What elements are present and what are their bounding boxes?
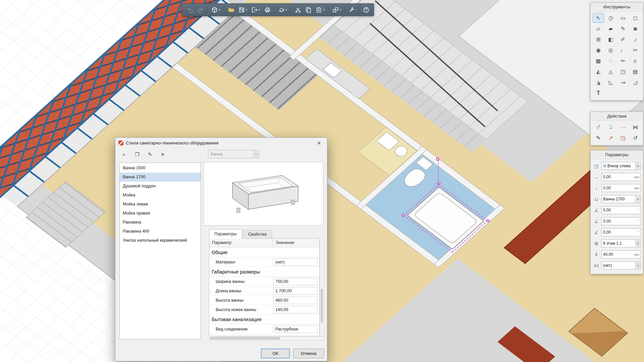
action-6[interactable]: ↗ <box>605 133 616 143</box>
tool-10[interactable]: ◧ <box>605 35 616 44</box>
tool-25[interactable]: ◮ <box>593 77 604 87</box>
row-value[interactable]: 1 700,00 <box>273 287 318 295</box>
parameter-field[interactable]: 8 этаж 1.1 ▾ <box>601 239 641 247</box>
tool-19[interactable]: ✏ <box>618 56 629 66</box>
paste-button[interactable]: ▾ <box>314 5 326 15</box>
undo-button[interactable]: ▾ <box>185 5 195 15</box>
open-button[interactable]: ▾ <box>226 5 236 15</box>
copy-button[interactable]: ▾ <box>304 5 313 15</box>
tab-parameters[interactable]: Параметры <box>209 229 242 239</box>
action-4[interactable]: ⋈ <box>630 122 641 132</box>
close-button[interactable]: ✕ <box>314 139 324 147</box>
dropdown-arrow-icon[interactable]: ▾ <box>635 163 640 169</box>
row-value[interactable]: 460,00 <box>273 297 318 304</box>
horizontal-scrollbar[interactable] <box>209 336 324 341</box>
print-button[interactable]: ▾ <box>263 5 272 15</box>
tool-23[interactable]: ◳ <box>618 67 629 76</box>
tool-07[interactable]: ✎ <box>618 24 629 34</box>
tool-12[interactable]: ♪ <box>630 35 641 44</box>
parameter-field[interactable]: (нет) ▾ <box>601 261 641 269</box>
tool-17[interactable]: ▦ <box>593 56 604 66</box>
dropdown-arrow-icon: ▾ <box>286 8 287 11</box>
row-value[interactable]: (нет) <box>273 258 318 266</box>
dropdown-arrow-icon[interactable]: ▾ <box>635 262 640 269</box>
tool-18[interactable]: ◌ <box>605 56 616 66</box>
style-item[interactable]: Ванна 1500 <box>120 164 201 173</box>
tool-22[interactable]: ◬ <box>605 67 616 76</box>
tab-properties[interactable]: Свойства <box>243 230 272 239</box>
vertical-scrollbar[interactable] <box>320 238 324 336</box>
text-tool[interactable]: T <box>593 88 604 98</box>
parameter-field[interactable]: 40,00 мм ▾ <box>601 250 641 258</box>
redo-button[interactable]: ▾ <box>196 5 205 15</box>
style-item[interactable]: Душевой поддон <box>120 182 201 191</box>
edit-style-button[interactable]: ✎ <box>146 150 154 158</box>
add-style-button[interactable]: + <box>119 150 128 158</box>
action-5[interactable]: ✎ <box>593 133 604 143</box>
tool-icon: ◷ <box>608 15 613 21</box>
tool-14[interactable]: ◎ <box>605 45 616 55</box>
style-item[interactable]: Мойка <box>120 191 201 200</box>
toolbar-icon <box>332 7 339 13</box>
parameter-field[interactable]: 0,00 ° ▾ <box>601 217 641 225</box>
parameter-field[interactable]: Ванна 1700 ▾ <box>601 195 641 203</box>
parameter-field[interactable]: ⊞ Внизу слева ▾ <box>601 162 641 170</box>
row-value[interactable]: 750,00 <box>273 278 318 285</box>
style-item[interactable]: Раковина 400 <box>120 227 201 236</box>
ok-button[interactable]: ОК <box>261 349 290 358</box>
tool-05[interactable]: ▱ <box>593 24 604 34</box>
parameter-field[interactable]: 0,00 ° ▾ <box>601 228 641 236</box>
cancel-button[interactable]: Отмена <box>293 349 324 358</box>
cut-button[interactable]: ▾ <box>293 5 303 15</box>
action-8[interactable]: ↺ <box>630 133 641 143</box>
tool-26[interactable]: ◺ <box>605 77 616 87</box>
dropdown-arrow-icon[interactable]: ▾ <box>635 196 640 202</box>
action-7[interactable]: ◳ <box>618 133 629 143</box>
style-item[interactable]: Раковина <box>120 218 201 227</box>
settings-button[interactable]: ▾ <box>347 5 357 15</box>
parameter-field[interactable]: 0,00 мм ▾ <box>601 173 641 181</box>
parameter-field[interactable]: 0,00 мм ▾ <box>601 184 641 192</box>
tool-icon: ◭ <box>596 68 600 75</box>
tool-03[interactable]: ▭ <box>618 13 629 23</box>
export-button[interactable]: ▾ <box>250 5 262 15</box>
scrollbar-thumb[interactable] <box>321 289 323 322</box>
tool-21[interactable]: ◭ <box>593 67 604 76</box>
action-1[interactable]: ⠞ <box>593 122 604 132</box>
array-copy-button[interactable]: ▾ <box>331 5 343 15</box>
style-item[interactable]: Унитаз напольный керамический <box>120 236 201 245</box>
row-value[interactable]: Раструбное <box>273 325 318 333</box>
tool-28[interactable]: ◿ <box>630 77 641 87</box>
tool-15[interactable]: ♩ <box>618 45 629 55</box>
tool-09[interactable]: ⊞ <box>593 35 604 44</box>
view-mode-button[interactable]: ▾ <box>210 5 222 15</box>
action-2[interactable]: ⠵ <box>605 122 616 132</box>
style-item[interactable]: Ванна 1700 <box>120 173 201 182</box>
dropdown-arrow-icon[interactable]: ▾ <box>635 240 640 247</box>
tool-13[interactable]: ◉ <box>593 45 604 55</box>
tool-06[interactable]: ▰ <box>605 24 616 34</box>
tool-27[interactable]: ↝ <box>618 77 629 87</box>
tool-24[interactable]: ▤ <box>630 67 641 76</box>
action-3[interactable]: ⋯ <box>618 122 629 132</box>
placement-grid-icon: ⊞ <box>603 164 606 168</box>
tool-04[interactable]: ◻ <box>630 13 641 23</box>
tool-02[interactable]: ◷ <box>605 13 616 23</box>
scrollbar-thumb[interactable] <box>210 337 280 340</box>
tool-16[interactable]: ✂ <box>630 45 641 55</box>
duplicate-style-button[interactable]: ❐ <box>133 150 142 158</box>
parameter-field[interactable]: 0,00 ° ▾ <box>601 206 641 214</box>
select-tool[interactable]: ↖ <box>593 13 604 23</box>
tool-11[interactable]: ✐ <box>618 35 629 44</box>
style-item[interactable]: Мойка правая <box>120 209 201 218</box>
style-item[interactable]: Мойка левая <box>120 200 201 209</box>
help-button[interactable]: ▾ <box>361 5 371 15</box>
tool-20[interactable]: ♬ <box>630 56 641 66</box>
delete-style-button[interactable]: ✕ <box>158 150 167 158</box>
orbit-button[interactable]: ▾ <box>277 5 289 15</box>
angle-c: ∠ 0,00 ° ▾ <box>593 227 641 237</box>
tool-08[interactable]: ◙ <box>630 24 641 34</box>
save-button[interactable]: ▾ <box>237 5 249 15</box>
selection-node[interactable] <box>436 158 439 161</box>
row-value[interactable]: 140,00 <box>273 306 318 313</box>
